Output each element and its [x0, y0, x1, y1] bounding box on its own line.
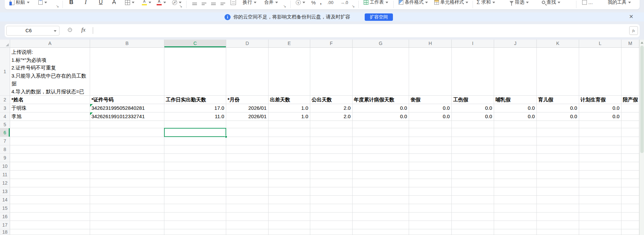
cell-A12[interactable]: [10, 179, 90, 187]
conditional-format-button[interactable]: 条件格式: [399, 0, 428, 9]
cell-D12[interactable]: [226, 179, 269, 187]
cell-J15[interactable]: [494, 204, 537, 213]
row-header-6[interactable]: 6: [0, 128, 10, 137]
cell-B17[interactable]: [90, 221, 164, 229]
cell-L6[interactable]: [579, 128, 621, 137]
cell-B3[interactable]: 3426231995052840281: [90, 104, 164, 112]
cell-I1[interactable]: [452, 48, 494, 96]
cell-A11[interactable]: [10, 171, 90, 179]
align-right-button[interactable]: [220, 0, 225, 9]
cell-H7[interactable]: [409, 137, 452, 145]
column-header-M[interactable]: M: [621, 40, 639, 48]
cell-A18[interactable]: [10, 229, 90, 235]
cell-A17[interactable]: [10, 221, 90, 229]
cell-J18[interactable]: [494, 229, 537, 235]
column-header-J[interactable]: J: [494, 40, 537, 48]
cell-D13[interactable]: [226, 187, 269, 196]
cell-J9[interactable]: [494, 154, 537, 162]
cell-J17[interactable]: [494, 221, 537, 229]
cell-D16[interactable]: [226, 213, 269, 221]
cell-B1[interactable]: [90, 48, 164, 96]
cell-M6[interactable]: [621, 128, 639, 137]
cell-D2[interactable]: *月份: [226, 96, 269, 104]
cell-E3[interactable]: 1.0: [269, 104, 310, 112]
row-header-12[interactable]: 12: [0, 179, 10, 187]
cell-K17[interactable]: [537, 221, 579, 229]
column-header-B[interactable]: B: [90, 40, 164, 48]
cell-J6[interactable]: [494, 128, 537, 137]
cell-L9[interactable]: [579, 154, 621, 162]
cell-K10[interactable]: [537, 162, 579, 171]
cell-G12[interactable]: [353, 179, 409, 187]
cell-I3[interactable]: 0.0: [452, 104, 494, 112]
cell-D15[interactable]: [226, 204, 269, 213]
cell-A8[interactable]: [10, 145, 90, 154]
cell-G13[interactable]: [353, 187, 409, 196]
cell-C3[interactable]: 17.0: [164, 104, 226, 112]
cell-G2[interactable]: 年度累计病假天数: [353, 96, 409, 104]
cell-E17[interactable]: [269, 221, 310, 229]
column-header-C[interactable]: C: [164, 40, 226, 48]
cell-C10[interactable]: [164, 162, 226, 171]
format-painter-button[interactable]: [38, 0, 47, 9]
cell-K16[interactable]: [537, 213, 579, 221]
cell-B5[interactable]: [90, 121, 164, 128]
row-header-11[interactable]: 11: [0, 171, 10, 179]
cell-H15[interactable]: [409, 204, 452, 213]
cell-E9[interactable]: [269, 154, 310, 162]
cell-I6[interactable]: [452, 128, 494, 137]
cell-B2[interactable]: *证件号码: [90, 96, 164, 104]
cell-G8[interactable]: [353, 145, 409, 154]
cell-F6[interactable]: [310, 128, 353, 137]
cell-A1[interactable]: 上传说明:1.标"*"为必填项2.证件号码不可重复3.只能导入系统中已存在的员工…: [10, 48, 90, 96]
cell-G14[interactable]: [353, 196, 409, 204]
cell-C4[interactable]: 11.0: [164, 112, 226, 121]
cell-D11[interactable]: [226, 171, 269, 179]
cell-E11[interactable]: [269, 171, 310, 179]
cell-F7[interactable]: [310, 137, 353, 145]
cell-J2[interactable]: 哺乳假: [494, 96, 537, 104]
cell-G17[interactable]: [353, 221, 409, 229]
cell-F4[interactable]: 2.0: [310, 112, 353, 121]
paste-button[interactable]: 粘贴: [10, 0, 30, 9]
cell-F12[interactable]: [310, 179, 353, 187]
cell-B9[interactable]: [90, 154, 164, 162]
cell-B13[interactable]: [90, 187, 164, 196]
cell-L10[interactable]: [579, 162, 621, 171]
scrollbar-thumb[interactable]: [640, 46, 644, 153]
cell-E7[interactable]: [269, 137, 310, 145]
vertical-scrollbar[interactable]: [639, 40, 644, 235]
cell-F13[interactable]: [310, 187, 353, 196]
cell-B7[interactable]: [90, 137, 164, 145]
cell-K14[interactable]: [537, 196, 579, 204]
column-header-L[interactable]: L: [579, 40, 621, 48]
cell-G3[interactable]: 0.0: [353, 104, 409, 112]
cell-H18[interactable]: [409, 229, 452, 235]
expand-storage-button[interactable]: 扩容空间: [365, 13, 393, 21]
cell-E10[interactable]: [269, 162, 310, 171]
search-formula-icon[interactable]: =: [68, 28, 72, 32]
column-header-G[interactable]: G: [353, 40, 409, 48]
formula-input[interactable]: [97, 26, 625, 36]
cell-L5[interactable]: [579, 121, 621, 128]
column-header-D[interactable]: D: [226, 40, 269, 48]
cell-H9[interactable]: [409, 154, 452, 162]
task-pane-fx-icon[interactable]: fx: [629, 26, 638, 35]
cell-M11[interactable]: [621, 171, 639, 179]
cell-F8[interactable]: [310, 145, 353, 154]
column-header-H[interactable]: H: [409, 40, 452, 48]
cell-E15[interactable]: [269, 204, 310, 213]
number-group-launcher-icon[interactable]: ↘: [352, 4, 355, 8]
cell-F11[interactable]: [310, 171, 353, 179]
cell-style-button[interactable]: 单元格样式: [434, 0, 468, 9]
cell-K2[interactable]: 育儿假: [537, 96, 579, 104]
merge-cells-button[interactable]: 合并: [264, 0, 278, 9]
row-header-3[interactable]: 3: [0, 104, 10, 112]
cell-C13[interactable]: [164, 187, 226, 196]
cell-L14[interactable]: [579, 196, 621, 204]
cell-F2[interactable]: 公出天数: [310, 96, 353, 104]
cell-J1[interactable]: [494, 48, 537, 96]
align-top-button[interactable]: [192, 0, 197, 9]
cell-F15[interactable]: [310, 204, 353, 213]
cell-C15[interactable]: [164, 204, 226, 213]
